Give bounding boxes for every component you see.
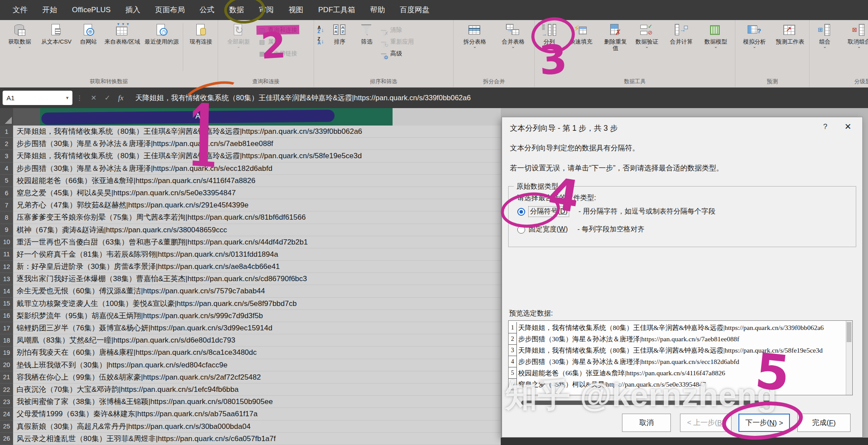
table-row[interactable]: 10 重活一世再也不当傻白甜（63集）曾和惠子&董鹏翔|https://pan.… [0,236,501,248]
menu-item[interactable]: 视图 [281,0,311,20]
row-header[interactable]: 5 [0,175,13,187]
get-data-button[interactable]: 获取数据⌄ [2,22,38,49]
sort-button[interactable]: ZAAZ 排序 [327,22,353,46]
row-header[interactable]: 3 [0,150,13,162]
table-row[interactable]: 5 校园超能老爸（66集）张亚迪&詹琸|https://pan.quark.cn… [0,175,501,187]
table-row[interactable]: 21 容我栖在你心上（99集）伍姣&胡家豪|https://pan.quark.… [0,371,501,384]
table-row[interactable]: 26 风云录之相逢乱世（80集）王羽菲&周煜非|https://pan.quar… [0,433,501,445]
menu-item[interactable]: 百度网盘 [393,0,437,20]
from-web-button[interactable]: ⊕ 自网站 [75,22,102,46]
row-header[interactable]: 13 [0,273,13,285]
refresh-all-button[interactable]: ↻ 全部刷新⌄ [220,22,257,49]
row-header[interactable]: 2 [0,138,13,150]
row-header[interactable]: 6 [0,187,13,199]
radio-delimited[interactable] [517,208,525,216]
table-row[interactable]: 1 天降姐姐，我有情绪收集系统（80集）王佳琪&辛润茜&钟嘉玲&远霞|https… [0,126,501,138]
insert-function-icon[interactable]: fx [118,94,123,102]
row-header[interactable]: 17 [0,322,13,334]
data-validation-button[interactable]: ✓⊘ 数据验证⌄ [632,22,662,49]
table-row[interactable]: 4 步步围猎（30集）海星＆孙冰法＆唐瑾泽|https://pan.quark.… [0,163,501,175]
menu-item[interactable]: 审阅 [252,0,281,20]
row-header[interactable]: 7 [0,199,13,211]
clear-filter-item[interactable]: ✗清除 [381,26,414,34]
group-button[interactable]: ⊞ 组合⌄ [811,22,838,49]
ungroup-button[interactable]: ⊠ 取消组合⌄ [839,22,868,49]
help-button[interactable]: ? [819,122,832,131]
row-header[interactable]: 1 [0,126,13,138]
from-table-range-button[interactable]: ▼▼▼ 来自表格/区域 [103,22,142,46]
row-header[interactable]: 4 [0,163,13,175]
table-row[interactable]: 9 棋神（67集）龚涛&赵诗涵|https://pan.quark.cn/s/3… [0,224,501,236]
row-header[interactable]: 18 [0,334,13,346]
table-row[interactable]: 19 别怕有我凌天在（60集）唐楠&康程|https://pan.quark.c… [0,346,501,359]
table-row[interactable]: 25 真假新娘（30集）高超凡&常丹丹|https://pan.quark.cn… [0,421,501,433]
table-row[interactable]: 24 父母爱情1999（63集）秦许&林建东|https://pan.quark… [0,408,501,420]
table-row[interactable]: 8 压寨爹爹变王爷娘亲你别晕（75集）周弋茜&李若洵|https://pan.q… [0,211,501,224]
table-row[interactable]: 23 我被闺蜜偷了家（38集）张博楠&王锦颖|https://pan.quark… [0,396,501,408]
menu-item[interactable]: 公式 [192,0,222,20]
table-row[interactable]: 18 凤嘲凰（83集）艾然&纪一瞳|https://pan.quark.cn/s… [0,334,501,346]
menu-item[interactable]: 插入 [118,0,148,20]
table-row[interactable]: 17 锦鲤奶团三岁半（76集）聂博宣&杨心妍|https://pan.quark… [0,322,501,334]
workbook-links-item[interactable]: ▦工作簿链接 [258,50,297,58]
cancel-entry-icon[interactable]: ✕ [91,94,96,102]
finish-button[interactable]: 完成(F) [797,414,851,432]
row-header[interactable]: 12 [0,261,13,273]
row-header[interactable]: 23 [0,396,13,408]
table-row[interactable]: 7 兄弟齐心（47集）郭纹茹&赵赫然|https://pan.quark.cn/… [0,199,501,211]
radio-fixed-width-label[interactable]: 固定宽度(W) [529,225,568,234]
row-header[interactable]: 21 [0,371,13,384]
row-header[interactable]: 19 [0,346,13,359]
radio-fixed-width[interactable] [517,226,525,234]
merge-table-button[interactable]: → 合并表格⌄ [495,22,532,49]
row-header[interactable]: 25 [0,421,13,433]
table-row[interactable]: 14 余生无爱也无恨（60集）傅汉源&董洁|https://pan.quark.… [0,285,501,297]
select-all-corner[interactable] [0,108,13,126]
table-row[interactable]: 13 逐我出家门我好运圣体爆棚（38集）曹嘉怡&王英杰|https://pan.… [0,273,501,285]
row-header[interactable]: 11 [0,248,13,261]
row-header[interactable]: 22 [0,384,13,396]
row-header[interactable]: 20 [0,359,13,371]
row-header[interactable]: 8 [0,211,13,224]
row-header[interactable]: 26 [0,433,13,445]
radio-delimited-label[interactable]: 分隔符号(D) [529,207,569,217]
table-row[interactable]: 2 步步围猎（30集）海星＆孙冰法＆唐瑾泽|https://pan.quark.… [0,138,501,150]
table-row[interactable]: 12 新：好孕皇后进阶录（30集）房蕾&李景泽|https://pan.quar… [0,261,501,273]
sort-descending-button[interactable]: ZA↓ [318,37,324,45]
existing-connections-button[interactable]: 现有连接 [186,22,216,46]
what-if-analysis-button[interactable]: ? 模拟分析⌄ [737,22,772,49]
row-header[interactable]: 24 [0,408,13,420]
formula-input[interactable]: 天降姐姐，我有情绪收集系统（80集）王佳琪&辛润茜&钟嘉玲&远霞|https:/… [135,93,471,103]
row-header[interactable]: 9 [0,224,13,236]
chevron-down-icon[interactable]: ▾ [66,95,68,101]
row-header[interactable]: 10 [0,236,13,248]
split-table-button[interactable]: 拆分表格⌄ [456,22,494,49]
menu-item[interactable]: 数据 [222,0,252,20]
text-to-columns-button[interactable]: ≡≡→ 分列 [537,22,562,46]
preview-vertical-scrollbar[interactable] [846,321,852,395]
name-box[interactable]: A1▾ [3,91,72,105]
menu-item[interactable]: PDF工具箱 [311,0,363,20]
from-text-csv-button[interactable]: 从文本/CSV [38,22,74,46]
consolidate-button[interactable]: → 合并计算 [663,22,700,46]
table-row[interactable]: 20 垫钱上班我做不到（30集）|https://pan.quark.cn/s/… [0,359,501,371]
remove-duplicates-button[interactable]: ✗ 删除重复值 [600,22,631,53]
row-header[interactable]: 16 [0,310,13,322]
recent-sources-button[interactable]: ◷ 最近使用的源 [143,22,180,46]
row-header[interactable]: 15 [0,298,13,310]
table-row[interactable]: 16 梨影织梦流年（95集）胡嘉倪&王炳翔|https://pan.quark.… [0,310,501,322]
table-row[interactable]: 6 窒息之爱（45集）柯以&吴昊|https://pan.quark.cn/s/… [0,187,501,199]
menu-item[interactable]: 文件 [5,0,35,20]
close-icon[interactable]: ✕ [840,122,856,132]
column-header-a[interactable]: A [195,112,200,121]
scrollbar-thumb[interactable] [847,322,851,342]
forecast-sheet-button[interactable]: ↗ 预测工作表 [773,22,808,46]
filter-button[interactable]: 筛选 [354,22,380,46]
advanced-filter-item[interactable]: ⚙高级 [381,50,414,58]
properties-item[interactable]: ▤属性 [258,38,297,46]
menu-item[interactable]: 帮助 [363,0,393,20]
flash-fill-button[interactable]: ⚡ 快速填充 [563,22,599,46]
table-row[interactable]: 11 好一个侯府真千金（81集）韦若辰&陈羽翎|https://pan.quar… [0,248,501,261]
menu-item[interactable]: 页面布局 [148,0,192,20]
reapply-filter-item[interactable]: ↻重新应用 [381,38,414,46]
